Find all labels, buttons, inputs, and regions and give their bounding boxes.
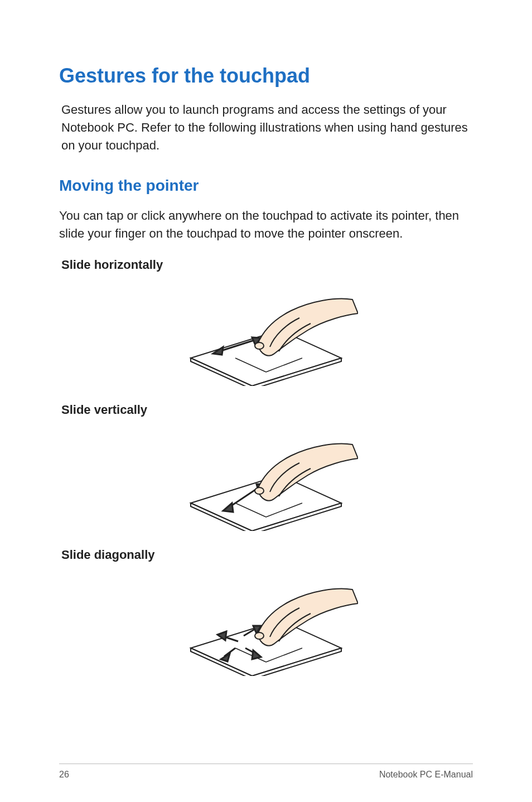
section-body: You can tap or click anywhere on the tou… [59,207,473,243]
page-title: Gestures for the touchpad [59,64,473,88]
illustration-slide-diagonally [59,570,473,676]
illustration-slide-horizontally [59,280,473,386]
touchpad-gesture-vertical-icon [174,425,358,531]
subheading-slide-vertically: Slide vertically [61,403,473,417]
doc-title: Notebook PC E-Manual [379,770,473,780]
svg-point-8 [255,342,264,349]
page-content: Gestures for the touchpad Gestures allow… [0,0,532,676]
svg-point-31 [255,632,264,639]
section-heading-moving-pointer: Moving the pointer [59,177,473,195]
subheading-slide-horizontally: Slide horizontally [61,258,473,272]
intro-paragraph: Gestures allow you to launch programs an… [59,101,473,154]
svg-point-17 [255,487,264,494]
subheading-slide-diagonally: Slide diagonally [61,548,473,562]
page-footer: 26 Notebook PC E-Manual [59,764,473,780]
touchpad-gesture-diagonal-icon [174,570,358,676]
touchpad-gesture-horizontal-icon [174,280,358,386]
page-number: 26 [59,770,69,780]
illustration-slide-vertically [59,425,473,531]
